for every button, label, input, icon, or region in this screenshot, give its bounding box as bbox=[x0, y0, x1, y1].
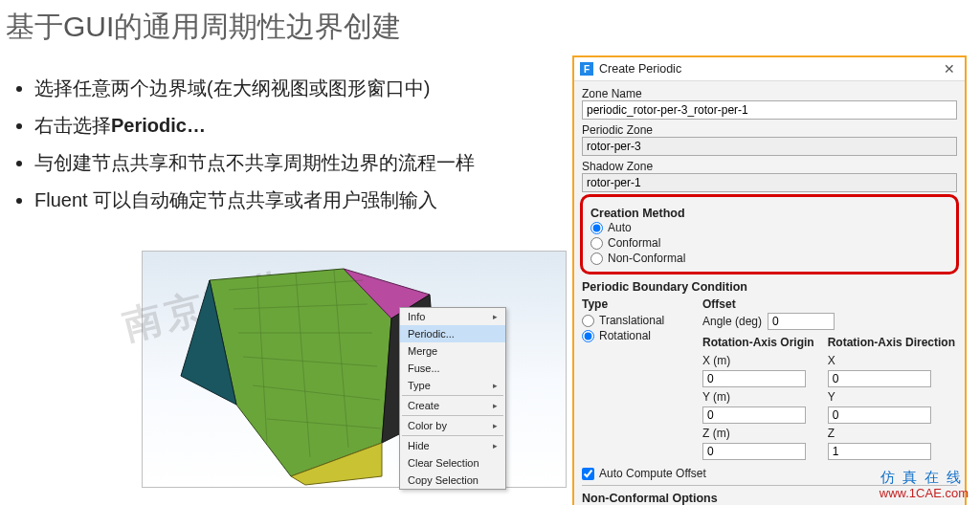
ctx-info[interactable]: Info bbox=[400, 308, 505, 325]
ctx-sep-2 bbox=[402, 415, 503, 416]
ctx-hide[interactable]: Hide bbox=[400, 437, 505, 454]
ctx-type[interactable]: Type bbox=[400, 377, 505, 394]
bullet-1: 选择任意两个边界域(在大纲视图或图形窗口中) bbox=[34, 74, 568, 103]
direction-heading: Rotation-Axis Direction bbox=[828, 336, 955, 349]
radio-rotational[interactable]: Rotational bbox=[582, 328, 695, 343]
angle-input[interactable] bbox=[768, 313, 835, 330]
bullet-2-keyword: Periodic… bbox=[111, 115, 206, 136]
angle-label: Angle (deg) bbox=[702, 315, 762, 328]
origin-x-label: X (m) bbox=[702, 354, 814, 367]
radio-auto[interactable]: Auto bbox=[590, 220, 948, 235]
title-part1: 基于 bbox=[6, 11, 63, 42]
close-icon[interactable]: ✕ bbox=[940, 61, 959, 77]
svg-marker-0 bbox=[210, 269, 391, 476]
ctx-clear-selection[interactable]: Clear Selection bbox=[400, 454, 505, 472]
origin-y-label: Y (m) bbox=[702, 390, 814, 404]
zone-name-input[interactable] bbox=[582, 100, 957, 120]
ctx-merge[interactable]: Merge bbox=[400, 342, 505, 360]
title-part2: 的通用周期性边界创建 bbox=[114, 11, 401, 42]
periodic-zone-label: Periodic Zone bbox=[582, 123, 957, 137]
slide-title: 基于GUI的通用周期性边界创建 bbox=[0, 0, 980, 53]
origin-heading: Rotation-Axis Origin bbox=[702, 336, 814, 349]
direction-z-label: Z bbox=[828, 427, 955, 440]
origin-z-label: Z (m) bbox=[702, 427, 814, 440]
bullet-2: 右击选择Periodic… bbox=[34, 111, 568, 141]
direction-y-label: Y bbox=[828, 390, 955, 404]
direction-y-input[interactable] bbox=[828, 406, 931, 424]
radio-translational[interactable]: Translational bbox=[582, 313, 695, 328]
shadow-zone-input[interactable] bbox=[582, 173, 957, 192]
ctx-fuse[interactable]: Fuse... bbox=[400, 360, 505, 377]
pbc-heading: Periodic Boundary Condition bbox=[582, 280, 957, 294]
ctx-sep-3 bbox=[402, 435, 503, 436]
bullet-3: 与创建节点共享和节点不共享周期性边界的流程一样 bbox=[34, 148, 568, 178]
ctx-copy-selection[interactable]: Copy Selection bbox=[400, 472, 505, 489]
ctx-periodic[interactable]: Periodic... bbox=[400, 325, 505, 342]
footer-url: www.1CAE.com bbox=[880, 486, 969, 501]
type-heading: Type bbox=[582, 297, 695, 311]
bullet-4: Fluent 可以自动确定节点共享或者用户强制输入 bbox=[34, 186, 568, 215]
offset-heading: Offset bbox=[702, 297, 957, 311]
footer-brand: 仿真在线 www.1CAE.com bbox=[880, 469, 969, 501]
app-icon: F bbox=[580, 62, 593, 76]
dialog-title: Create Periodic bbox=[599, 62, 940, 76]
graphics-viewport[interactable]: 南京安世 Info Periodic... Merge Fuse... Type… bbox=[142, 251, 567, 488]
footer-cn: 仿真在线 bbox=[880, 469, 969, 486]
ctx-sep-1 bbox=[402, 395, 503, 396]
ctx-colorby[interactable]: Color by bbox=[400, 417, 505, 434]
create-periodic-dialog: F Create Periodic ✕ Zone Name Periodic Z… bbox=[572, 55, 967, 505]
direction-x-input[interactable] bbox=[828, 370, 931, 387]
radio-conformal[interactable]: Conformal bbox=[590, 235, 948, 251]
periodic-zone-input[interactable] bbox=[582, 137, 957, 156]
origin-x-input[interactable] bbox=[702, 370, 806, 387]
context-menu: Info Periodic... Merge Fuse... Type Crea… bbox=[399, 307, 506, 490]
shadow-zone-label: Shadow Zone bbox=[582, 160, 957, 173]
origin-z-input[interactable] bbox=[702, 443, 806, 460]
radio-nonconformal[interactable]: Non-Conformal bbox=[590, 251, 948, 266]
creation-method-highlight: Creation Method Auto Conformal Non-Confo… bbox=[580, 194, 959, 274]
ctx-create[interactable]: Create bbox=[400, 397, 505, 414]
origin-y-input[interactable] bbox=[702, 406, 806, 424]
dialog-titlebar[interactable]: F Create Periodic ✕ bbox=[574, 57, 965, 81]
creation-method-heading: Creation Method bbox=[590, 207, 948, 220]
zone-name-label: Zone Name bbox=[582, 87, 957, 100]
direction-z-input[interactable] bbox=[828, 443, 931, 460]
direction-x-label: X bbox=[828, 354, 955, 367]
bullet-list: 选择任意两个边界域(在大纲视图或图形窗口中) 右击选择Periodic… 与创建… bbox=[0, 72, 568, 215]
title-gui: GUI bbox=[63, 11, 114, 42]
